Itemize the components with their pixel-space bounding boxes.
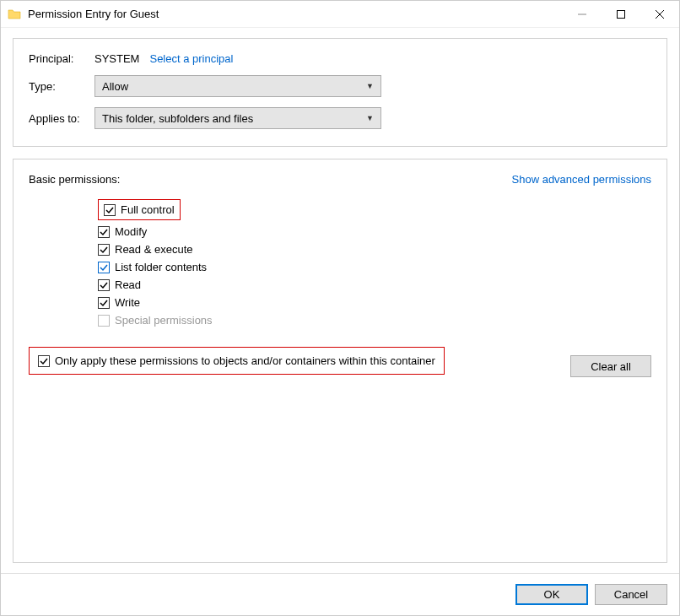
dialog-content: Principal: SYSTEM Select a principal Typ…	[1, 28, 679, 573]
permissions-panel: Basic permissions: Show advanced permiss…	[13, 159, 667, 563]
permission-checkbox[interactable]	[98, 297, 110, 309]
clear-all-button[interactable]: Clear all	[570, 355, 651, 377]
permission-checkbox[interactable]	[98, 279, 110, 291]
permission-item: Full control	[98, 199, 651, 220]
window-title: Permission Entry for Guest	[28, 8, 159, 20]
only-apply-label: Only apply these permissions to objects …	[55, 354, 435, 367]
window-controls	[563, 1, 679, 27]
permission-label: Special permissions	[115, 314, 213, 327]
permission-item: Write	[98, 296, 651, 309]
only-apply-highlight: Only apply these permissions to objects …	[29, 347, 445, 375]
permissions-list: Full controlModifyRead & executeList fol…	[98, 199, 651, 327]
type-label: Type:	[29, 80, 94, 93]
chevron-down-icon: ▼	[366, 114, 374, 122]
select-principal-link[interactable]: Select a principal	[149, 52, 233, 65]
permission-checkbox[interactable]	[98, 226, 110, 238]
ok-button[interactable]: OK	[515, 584, 588, 605]
close-button[interactable]	[640, 1, 679, 27]
permission-checkbox	[98, 315, 110, 327]
dialog-buttons: OK Cancel	[1, 573, 679, 615]
principal-value: SYSTEM	[94, 52, 139, 65]
only-apply-checkbox[interactable]	[38, 355, 50, 367]
basic-permissions-label: Basic permissions:	[29, 173, 120, 186]
applies-to-label: Applies to:	[29, 112, 94, 125]
svg-rect-1	[618, 10, 625, 18]
permission-item: Modify	[98, 225, 651, 238]
applies-to-dropdown[interactable]: This folder, subfolders and files ▼	[94, 107, 381, 129]
permission-checkbox[interactable]	[98, 244, 110, 256]
principal-panel: Principal: SYSTEM Select a principal Typ…	[13, 38, 667, 147]
permission-item: Read & execute	[98, 243, 651, 256]
permission-item: List folder contents	[98, 261, 651, 273]
permission-checkbox[interactable]	[104, 204, 116, 216]
cancel-button[interactable]: Cancel	[595, 584, 667, 605]
permission-label: Write	[115, 296, 140, 309]
permission-label: Read & execute	[115, 243, 193, 256]
permission-label: Modify	[115, 225, 147, 238]
permission-label: Read	[115, 278, 141, 291]
permission-label: List folder contents	[115, 261, 207, 273]
permission-item: Special permissions	[98, 314, 651, 327]
minimize-button[interactable]	[563, 1, 602, 27]
principal-label: Principal:	[29, 52, 94, 65]
type-dropdown[interactable]: Allow ▼	[94, 75, 381, 97]
permission-checkbox[interactable]	[98, 262, 110, 273]
show-advanced-link[interactable]: Show advanced permissions	[512, 173, 651, 186]
chevron-down-icon: ▼	[366, 82, 374, 90]
titlebar: Permission Entry for Guest	[1, 1, 679, 28]
maximize-button[interactable]	[602, 1, 640, 27]
permission-item: Read	[98, 278, 651, 291]
folder-icon	[8, 8, 21, 21]
permission-label: Full control	[121, 203, 175, 216]
